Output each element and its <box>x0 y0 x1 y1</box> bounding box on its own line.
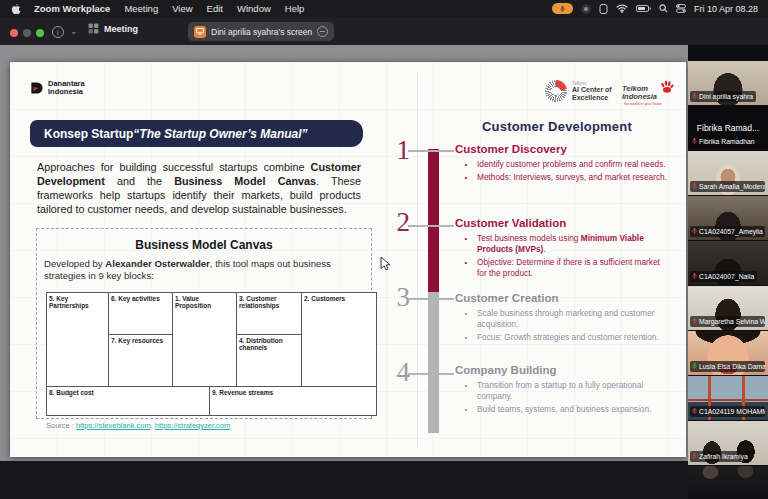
bmc-cell-key-partnerships: 5. Key Partnerships <box>46 292 109 387</box>
step-bullet: •Identify customer problems and confirm … <box>455 159 670 170</box>
tab-shared-screen[interactable]: Dini aprilia syahra's screen <box>188 22 334 41</box>
battery-icon[interactable] <box>636 5 651 12</box>
bmc-cell-revenue-streams: 9. Revenue streams <box>209 386 377 416</box>
step-number: 3 <box>386 283 410 311</box>
muted-mic-icon <box>692 272 697 281</box>
menu-item[interactable]: Window <box>237 3 271 14</box>
active-mic-icon <box>692 362 697 371</box>
timeline-step: Customer Validation•Test business models… <box>455 217 670 281</box>
participant-name-label: Dini aprilia syahra <box>690 91 756 102</box>
participants-sidebar: Dini aprilia syahraFibrika Ramad...Fibri… <box>688 45 768 499</box>
step-bullet: •Focus: Growth strategies and customer r… <box>455 332 670 343</box>
participant-name: C1A024119 MOHAMMA... <box>699 408 765 415</box>
search-icon[interactable] <box>659 4 668 13</box>
telkom-tagline: the world in your hand <box>624 102 661 106</box>
coe-line2: Excellence <box>572 94 612 102</box>
muted-mic-icon <box>692 92 697 101</box>
participant-tile[interactable]: Lusia Elsa Dika Damayanty <box>688 331 768 375</box>
muted-mic-icon <box>692 137 697 146</box>
step-bullet: •Build teams, systems, and business expa… <box>455 404 670 415</box>
ai-coe-logo: Telkom AI Center of Excellence <box>545 80 612 102</box>
participant-name: Margaretha Selvina W_... <box>699 318 765 325</box>
participant-tile[interactable]: C1A024007_Naila <box>688 241 768 285</box>
participant-tile[interactable]: Fibrika Ramad...Fibrika Ramadhan <box>688 106 768 150</box>
muted-mic-icon <box>692 227 697 236</box>
slide-title-italic: “The Startup Owner’s Manual” <box>133 127 307 141</box>
step-title: Customer Creation <box>455 292 670 304</box>
step-bullet: •Objective: Determine if there is a suff… <box>455 257 670 279</box>
screen-share-icon <box>194 26 206 38</box>
minimize-window-button[interactable] <box>23 29 31 37</box>
fullscreen-window-button[interactable] <box>36 29 44 37</box>
presentation-slide: Danantara Indonesia Konsep Startup “The … <box>10 62 686 457</box>
mouse-cursor <box>380 256 391 275</box>
bmc-cell-customers: 2. Customers <box>301 292 377 387</box>
menubar-extra-icon[interactable] <box>581 4 591 14</box>
brand-line2: Indonesia <box>48 88 85 96</box>
step-title: Company Building <box>455 364 670 376</box>
stop-share-icon[interactable] <box>317 26 328 37</box>
participant-name-label: C1A024057_Ameylia Fa... <box>690 226 765 237</box>
step-connector <box>408 298 454 300</box>
wifi-icon[interactable] <box>616 4 628 13</box>
participant-tile[interactable]: Sarah Amalia_Moderator <box>688 151 768 195</box>
screen: Zoom WorkplaceMeetingViewEditWindowHelp … <box>0 0 768 499</box>
participant-video <box>688 466 768 499</box>
meeting-info-icon[interactable]: i <box>52 26 64 38</box>
participant-name-label: Fibrika Ramadhan <box>690 136 758 147</box>
source-link[interactable]: https://strategyzer.com <box>155 421 230 430</box>
timeline-step: Customer Creation•Scale business through… <box>455 292 670 345</box>
source-line: Source : https://steveblank.com, https:/… <box>46 421 230 430</box>
recording-mic-indicator[interactable] <box>552 3 573 14</box>
coe-line1: AI Center of <box>572 86 612 94</box>
participant-tile[interactable] <box>688 466 768 499</box>
bmc-title: Business Model Canvas <box>36 238 372 252</box>
menu-item[interactable]: Zoom Workplace <box>34 3 110 14</box>
close-window-button[interactable] <box>10 29 18 37</box>
participant-name: Zafirah Ikramiya <box>699 453 748 460</box>
step-connector <box>408 150 454 152</box>
chevron-down-icon[interactable]: ⌄ <box>70 26 78 36</box>
participant-tile[interactable]: C1A024119 MOHAMMA... <box>688 376 768 420</box>
menu-item[interactable]: Edit <box>207 3 223 14</box>
participant-name-label: Sarah Amalia_Moderator <box>690 181 765 192</box>
participant-tile[interactable]: Zafirah Ikramiya <box>688 421 768 465</box>
participant-name: Lusia Elsa Dika Damayanty <box>699 363 765 370</box>
muted-mic-icon <box>692 182 697 191</box>
muted-mic-icon <box>692 452 697 461</box>
telkom-logo: Telkom Indonesia the world in your hand <box>622 79 675 106</box>
apple-icon[interactable] <box>10 3 21 15</box>
participant-tile[interactable]: Margaretha Selvina W_... <box>688 286 768 330</box>
muted-mic-icon <box>692 317 697 326</box>
display-icon[interactable] <box>599 4 608 14</box>
control-center-icon[interactable] <box>676 4 686 13</box>
menu-item[interactable]: Meeting <box>124 3 158 14</box>
bmc-cell-key-activities: 6. Key activities <box>108 292 173 335</box>
customer-development-title: Customer Development <box>442 119 672 134</box>
gallery-icon <box>88 23 99 34</box>
ai-coe-logo-icon <box>545 80 567 102</box>
timeline-step: Company Building•Transition from a start… <box>455 364 670 417</box>
step-number: 4 <box>386 358 410 386</box>
participant-name: Sarah Amalia_Moderator <box>699 183 765 190</box>
bmc-table: 5. Key Partnerships 6. Key activities 7.… <box>46 292 377 416</box>
timeline-step: Customer Discovery•Identify customer pro… <box>455 143 670 185</box>
bmc-cell-value-proposition: 1. Value Proposition <box>172 292 237 387</box>
step-connector <box>408 225 454 227</box>
participant-tile[interactable]: Dini aprilia syahra <box>688 61 768 105</box>
step-number: 2 <box>386 208 410 236</box>
participant-tile[interactable]: C1A024057_Ameylia Fa... <box>688 196 768 240</box>
bmc-cell-key-resources: 7. Key resources <box>108 334 173 387</box>
menu-item[interactable]: View <box>172 3 192 14</box>
step-connector <box>408 373 454 375</box>
step-title: Customer Validation <box>455 217 670 229</box>
participant-name: Fibrika Ramadhan <box>699 138 755 145</box>
participant-name-label: Lusia Elsa Dika Damayanty <box>690 361 765 372</box>
shared-screen-backdrop: Danantara Indonesia Konsep Startup “The … <box>0 45 688 461</box>
tab-meeting[interactable]: Meeting <box>88 23 138 34</box>
telkom-hand-icon <box>659 79 675 95</box>
menu-item[interactable]: Help <box>285 3 305 14</box>
source-link[interactable]: https://steveblank.com <box>76 421 151 430</box>
menubar-clock: Fri 10 Apr 08.28 <box>694 4 758 14</box>
slide-title: Konsep Startup <box>44 127 133 141</box>
